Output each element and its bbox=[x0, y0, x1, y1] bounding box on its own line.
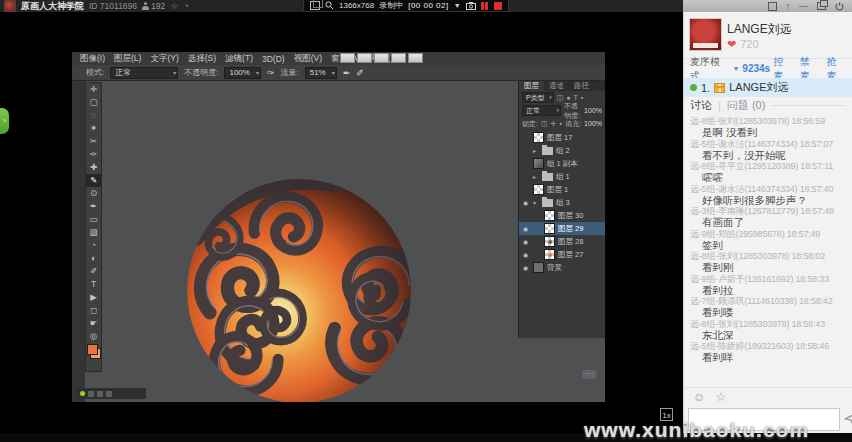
tab-paths[interactable]: 路径 bbox=[569, 80, 594, 91]
visibility-eye-icon[interactable]: ◉ bbox=[521, 251, 530, 258]
ps-menu-item[interactable]: 图像(I) bbox=[80, 53, 105, 65]
visibility-eye-icon[interactable]: ◉ bbox=[521, 225, 530, 232]
filter-pixel-icon[interactable]: ◫ bbox=[557, 94, 564, 102]
lock-pixels-icon[interactable]: ◫ bbox=[541, 120, 548, 128]
camera-icon[interactable] bbox=[466, 2, 476, 10]
layer-row[interactable]: ◉背景 bbox=[519, 261, 605, 274]
wand-tool[interactable]: ✶ bbox=[86, 122, 101, 135]
capture-window-icon[interactable] bbox=[310, 1, 320, 10]
color-swatches[interactable] bbox=[87, 344, 101, 359]
heal-tool[interactable]: ✚ bbox=[86, 161, 101, 174]
layer-filter-select[interactable]: P类型 bbox=[522, 92, 554, 103]
shape-tool[interactable]: ◻ bbox=[86, 304, 101, 317]
pin-top-icon[interactable]: ↑ bbox=[786, 1, 791, 11]
panel-collapse-handle[interactable]: ⋯ bbox=[582, 370, 597, 379]
group-caret-icon[interactable]: ▸ bbox=[533, 173, 539, 180]
workspace-button[interactable] bbox=[340, 53, 355, 63]
favorite-star-icon[interactable]: ☆ bbox=[170, 1, 178, 11]
visibility-eye-icon[interactable]: ◉ bbox=[521, 238, 530, 245]
layer-blend-select[interactable]: 正常 bbox=[522, 105, 561, 116]
dodge-tool[interactable]: ◐ bbox=[86, 252, 101, 265]
layer-thumbnail[interactable] bbox=[544, 249, 555, 260]
opacity-select[interactable]: 100% bbox=[224, 67, 260, 79]
layer-row[interactable]: ◉图层 29 bbox=[519, 222, 605, 235]
layer-thumbnail[interactable] bbox=[533, 158, 544, 169]
streamer-avatar[interactable] bbox=[689, 18, 722, 51]
layer-row[interactable]: ◉图层 27 bbox=[519, 248, 605, 261]
pen-tool[interactable]: ✐ bbox=[86, 265, 101, 278]
history-brush-tool[interactable]: ✒ bbox=[86, 200, 101, 213]
foreground-color-swatch[interactable] bbox=[87, 344, 98, 355]
layer-row[interactable]: 组 1 副本 bbox=[519, 157, 605, 170]
panel-toggle-icon[interactable] bbox=[768, 2, 777, 11]
layer-row[interactable]: 图层 17 bbox=[519, 131, 605, 144]
layer-row[interactable]: 图层 30 bbox=[519, 209, 605, 222]
marquee-tool[interactable]: ▢ bbox=[86, 96, 101, 109]
airbrush-icon[interactable]: ✒ bbox=[343, 68, 351, 78]
visibility-eye-icon[interactable]: ◉ bbox=[521, 199, 530, 206]
pause-recording-button[interactable] bbox=[481, 2, 489, 10]
eyedropper-tool[interactable]: ✑ bbox=[86, 148, 101, 161]
layer-thumbnail[interactable] bbox=[533, 184, 544, 195]
lasso-tool[interactable]: ◌ bbox=[86, 109, 101, 122]
ps-menu-item[interactable]: 视图(V) bbox=[294, 53, 322, 65]
lock-all-icon[interactable]: ▪ bbox=[559, 120, 561, 127]
type-tool[interactable]: T bbox=[86, 278, 101, 291]
stop-recording-button[interactable] bbox=[494, 2, 502, 10]
blur-tool[interactable]: ◔ bbox=[86, 239, 101, 252]
move-tool[interactable]: ✛ bbox=[86, 83, 101, 96]
workspace-button[interactable] bbox=[408, 53, 423, 63]
group-caret-icon[interactable]: ▾ bbox=[533, 199, 539, 206]
chat-message-list[interactable]: 远-8组-张刘(1285303978) 18:56:59是啊 没看到远-5组-谢… bbox=[684, 114, 852, 387]
group-caret-icon[interactable]: ▸ bbox=[533, 147, 539, 154]
tab-channels[interactable]: 通道 bbox=[544, 80, 569, 91]
layer-group-row[interactable]: ◉▾组 3 bbox=[519, 196, 605, 209]
minimize-icon[interactable]: — bbox=[799, 1, 808, 11]
tab-layers[interactable]: 图层 bbox=[519, 80, 544, 91]
stamp-tool[interactable]: ⊙ bbox=[86, 187, 101, 200]
layer-row[interactable]: ◉图层 28 bbox=[519, 235, 605, 248]
workspace-button[interactable] bbox=[357, 53, 372, 63]
lock-move-icon[interactable]: ✛ bbox=[551, 120, 557, 128]
blend-mode-select[interactable]: 正常 bbox=[110, 67, 178, 79]
ps-menu-item[interactable]: 滤镜(T) bbox=[225, 53, 253, 65]
layer-group-row[interactable]: ▸组 2 bbox=[519, 144, 605, 157]
mic-queue-item[interactable]: 1. LANGE刘远 bbox=[684, 78, 852, 97]
gradient-tool[interactable]: ▨ bbox=[86, 226, 101, 239]
workspace-buttons[interactable] bbox=[340, 53, 423, 63]
restore-icon[interactable] bbox=[817, 2, 826, 10]
hand-tool[interactable]: ☛ bbox=[86, 317, 101, 330]
magnifier-icon[interactable] bbox=[325, 1, 334, 10]
brush-tool[interactable]: ✎ bbox=[86, 174, 101, 187]
layer-thumbnail[interactable] bbox=[544, 210, 555, 221]
smoothing-icon[interactable]: ✐ bbox=[356, 68, 364, 78]
mic-mode-caret-icon[interactable]: ▼ bbox=[732, 65, 739, 72]
layer-thumbnail[interactable] bbox=[533, 132, 544, 143]
layer-thumbnail[interactable] bbox=[544, 236, 555, 247]
layer-group-row[interactable]: ▸组 1 bbox=[519, 170, 605, 183]
eraser-tool[interactable]: ▭ bbox=[86, 213, 101, 226]
crop-tool[interactable]: ✂ bbox=[86, 135, 101, 148]
heart-icon[interactable]: ❤ bbox=[727, 39, 736, 50]
layer-thumbnail[interactable] bbox=[533, 262, 544, 273]
filter-lock-icon[interactable]: ▪ bbox=[581, 94, 583, 101]
path-select-tool[interactable]: ▶ bbox=[86, 291, 101, 304]
chevron-down-icon[interactable]: ▼ bbox=[454, 2, 461, 9]
ps-menu-item[interactable]: 文字(Y) bbox=[150, 53, 178, 65]
power-icon[interactable] bbox=[835, 2, 844, 11]
layer-row[interactable]: 图层 1 bbox=[519, 183, 605, 196]
star-icon[interactable]: ☆ bbox=[715, 390, 726, 404]
ps-menu-item[interactable]: 选择(S) bbox=[188, 53, 216, 65]
ps-menu-item[interactable]: 图层(L) bbox=[114, 53, 141, 65]
flow-select[interactable]: 51% bbox=[305, 67, 337, 79]
tab-question[interactable]: 问题 (0) bbox=[727, 98, 766, 113]
visibility-eye-icon[interactable]: ◉ bbox=[521, 264, 530, 271]
pressure-opacity-icon[interactable]: ✑ bbox=[267, 68, 275, 78]
side-panel-handle[interactable]: › bbox=[0, 108, 9, 134]
fill-value[interactable]: 100% bbox=[584, 120, 602, 127]
emoji-icon[interactable]: ☺ bbox=[693, 390, 705, 404]
layer-thumbnail[interactable] bbox=[544, 223, 555, 234]
workspace-button[interactable] bbox=[391, 53, 406, 63]
history-clock-icon[interactable]: ◔ bbox=[183, 1, 188, 11]
layer-opacity-value[interactable]: 100% bbox=[584, 107, 602, 114]
